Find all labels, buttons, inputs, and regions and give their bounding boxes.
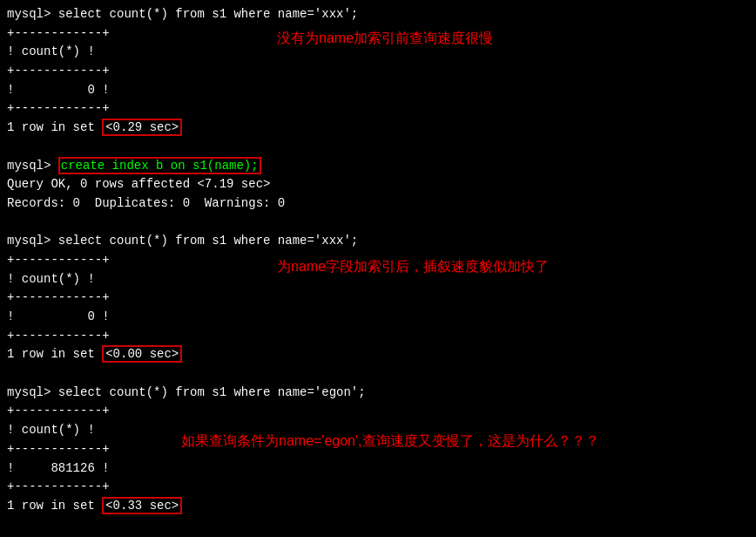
- prompt-4: mysql>: [7, 385, 58, 399]
- section-3: mysql> select count(*) from s1 where nam…: [7, 232, 749, 364]
- table-border-mid-3: +------------+: [7, 289, 749, 308]
- annotation-1: 没有为name加索引前查询速度很慢: [277, 30, 493, 48]
- command-line-2: mysql> create index b on s1(name);: [7, 157, 749, 176]
- table-row-4: ! 881126 !: [7, 459, 749, 479]
- annotation-3: 如果查询条件为name='egon',查询速度又变慢了，这是为什么？？？: [181, 432, 599, 451]
- prompt-3: mysql>: [7, 234, 58, 248]
- table-border-bot-4: +------------+: [7, 478, 749, 497]
- prompt-1: mysql>: [7, 7, 58, 21]
- result-line-4: 1 row in set <0.33 sec>: [7, 497, 749, 516]
- result-line-1: 1 row in set <0.29 sec>: [7, 119, 749, 138]
- table-border-bot-1: +------------+: [7, 99, 749, 119]
- query-ok-line: Query OK, 0 rows affected <7.19 sec>: [7, 175, 749, 194]
- blank-3: [7, 364, 749, 384]
- annotation-2: 为name字段加索引后，插叙速度貌似加快了: [277, 258, 549, 276]
- time-highlight-4: <0.33 sec>: [102, 497, 182, 514]
- command-line-4: mysql> select count(*) from s1 where nam…: [7, 384, 749, 403]
- table-border-mid-1: +------------+: [7, 62, 749, 81]
- command-text-1: select count(*) from s1 where name='xxx'…: [58, 7, 358, 21]
- time-highlight-1: <0.29 sec>: [102, 119, 182, 136]
- section-2: mysql> create index b on s1(name); Query…: [7, 157, 749, 214]
- records-line: Records: 0 Duplicates: 0 Warnings: 0: [7, 194, 749, 214]
- command-line-3: mysql> select count(*) from s1 where nam…: [7, 232, 749, 251]
- table-row-1: ! 0 !: [7, 81, 749, 100]
- create-index-cmd: create index b on s1(name);: [58, 157, 261, 174]
- table-border-bot-3: +------------+: [7, 327, 749, 346]
- blank-2: [7, 214, 749, 233]
- command-text-4: select count(*) from s1 where name='egon…: [58, 385, 366, 399]
- prompt-2: mysql>: [7, 159, 58, 173]
- table-row-3: ! 0 !: [7, 308, 749, 327]
- table-border-top-4: +------------+: [7, 402, 749, 421]
- result-line-3: 1 row in set <0.00 sec>: [7, 345, 749, 364]
- terminal-window: mysql> select count(*) from s1 where nam…: [7, 5, 749, 537]
- create-time: 7.19 sec: [205, 177, 263, 191]
- section-1: mysql> select count(*) from s1 where nam…: [7, 5, 749, 138]
- command-text-3: select count(*) from s1 where name='xxx'…: [58, 234, 358, 248]
- command-line-1: mysql> select count(*) from s1 where nam…: [7, 5, 749, 24]
- time-highlight-3: <0.00 sec>: [102, 345, 182, 363]
- blank-1: [7, 138, 749, 157]
